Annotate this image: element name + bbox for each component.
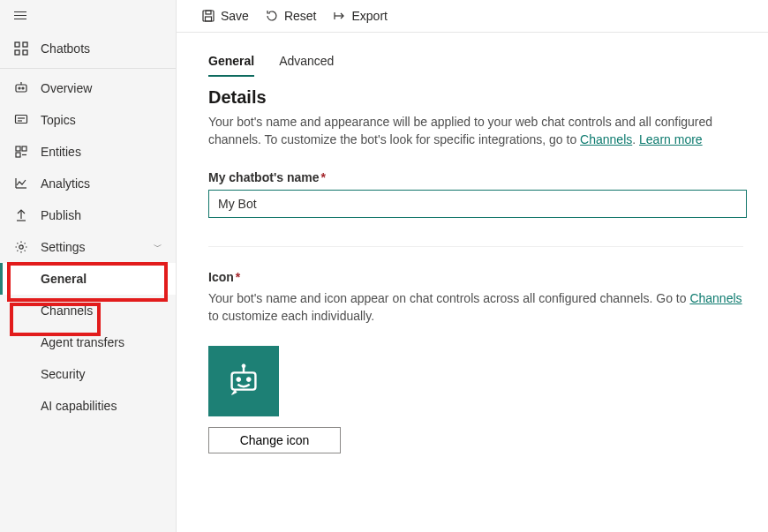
icon-description: Your bot's name and icon appear on chat …: [208, 289, 743, 326]
icon-label: Icon*: [208, 270, 743, 284]
sidebar: Chatbots Overview Topics Entities A: [0, 0, 177, 532]
hamburger-icon: [14, 9, 26, 21]
svg-rect-20: [206, 17, 212, 21]
nav-label: Settings: [41, 240, 86, 254]
desc-text: Your bot's name and icon appear on chat …: [208, 291, 689, 305]
svg-point-6: [22, 87, 24, 89]
label-text: My chatbot's name: [208, 170, 319, 184]
svg-point-25: [242, 364, 245, 368]
upload-icon: [14, 208, 28, 222]
chart-line-icon: [14, 176, 28, 191]
sidebar-item-overview[interactable]: Overview: [0, 72, 176, 104]
svg-point-27: [246, 378, 251, 382]
learn-more-link[interactable]: Learn more: [639, 132, 703, 146]
nav-sub-label: Channels: [41, 303, 93, 318]
nav-label: Entities: [41, 145, 81, 159]
bot-icon-preview: [208, 346, 279, 416]
tabs: General Advanced: [208, 49, 743, 77]
bot-outline-icon: [14, 81, 28, 95]
nav-divider: [0, 68, 176, 69]
svg-rect-0: [15, 42, 19, 47]
channels-link[interactable]: Channels: [580, 132, 632, 146]
svg-point-5: [19, 87, 20, 89]
chat-icon: [14, 113, 28, 127]
svg-rect-4: [16, 85, 26, 92]
reset-label: Reset: [284, 9, 317, 23]
chatbot-name-input[interactable]: [208, 190, 747, 218]
change-icon-button[interactable]: Change icon: [208, 427, 341, 453]
required-asterisk: *: [236, 270, 240, 284]
desc-text-2: to customize each individually.: [208, 309, 374, 323]
grid-icon: [14, 41, 28, 56]
details-description: Your bot's name and appearance will be a…: [208, 113, 743, 149]
desc-sep: .: [632, 132, 639, 146]
export-button[interactable]: Export: [333, 9, 388, 23]
hamburger-menu[interactable]: [0, 0, 176, 33]
sidebar-item-settings[interactable]: Settings ︿: [0, 231, 176, 263]
gear-icon: [14, 240, 28, 254]
channels-link-2[interactable]: Channels: [689, 291, 742, 305]
sidebar-item-topics[interactable]: Topics: [0, 104, 176, 136]
svg-rect-8: [16, 116, 27, 124]
sidebar-subitem-ai-capabilities[interactable]: AI capabilities: [0, 390, 176, 422]
save-icon: [201, 9, 215, 23]
sidebar-item-publish[interactable]: Publish: [0, 199, 176, 231]
svg-rect-12: [22, 146, 26, 151]
svg-rect-13: [16, 153, 20, 157]
nav-label: Overview: [41, 81, 92, 95]
content-area: General Advanced Details Your bot's name…: [177, 33, 768, 532]
svg-rect-19: [206, 11, 211, 14]
tab-general[interactable]: General: [208, 49, 254, 77]
sidebar-subitem-agent-transfers[interactable]: Agent transfers: [0, 326, 176, 358]
svg-point-17: [19, 245, 23, 249]
nav-sub-label: General: [41, 272, 87, 286]
sidebar-subitem-channels[interactable]: Channels: [0, 295, 176, 326]
reset-icon: [265, 9, 279, 23]
nav-label: Analytics: [41, 176, 90, 191]
label-text: Icon: [208, 270, 234, 284]
save-button[interactable]: Save: [201, 9, 249, 23]
tab-label: General: [208, 54, 254, 68]
section-heading-details: Details: [208, 87, 743, 108]
tab-advanced[interactable]: Advanced: [279, 49, 334, 77]
export-icon: [333, 9, 347, 23]
section-divider: [208, 246, 743, 247]
nav-sub-label: Agent transfers: [41, 335, 124, 349]
sidebar-subitem-general[interactable]: General: [0, 263, 176, 295]
nav-label: Publish: [41, 208, 81, 222]
chatbot-name-label: My chatbot's name*: [208, 170, 743, 184]
export-label: Export: [352, 9, 388, 23]
sidebar-item-entities[interactable]: Entities: [0, 136, 176, 168]
nav-label: Topics: [41, 113, 76, 127]
nav-label: Chatbots: [41, 41, 90, 56]
nav-sub-label: AI capabilities: [41, 399, 117, 413]
nav-sub-label: Security: [41, 367, 86, 381]
svg-rect-11: [16, 146, 20, 151]
entities-icon: [14, 145, 28, 159]
reset-button[interactable]: Reset: [265, 9, 317, 23]
svg-rect-2: [15, 50, 19, 55]
svg-rect-3: [23, 50, 27, 55]
svg-rect-1: [23, 42, 27, 47]
tab-label: Advanced: [279, 54, 334, 68]
svg-rect-18: [203, 11, 214, 21]
save-label: Save: [221, 9, 249, 23]
chevron-up-icon: ︿: [153, 241, 162, 253]
required-asterisk: *: [320, 170, 325, 184]
bot-icon: [223, 361, 264, 401]
sidebar-subitem-security[interactable]: Security: [0, 358, 176, 390]
svg-point-26: [237, 378, 241, 382]
sidebar-item-analytics[interactable]: Analytics: [0, 168, 176, 199]
toolbar: Save Reset Export: [177, 0, 768, 33]
sidebar-item-chatbots[interactable]: Chatbots: [0, 33, 176, 64]
main-panel: Save Reset Export General Advanced Detai…: [177, 0, 768, 532]
